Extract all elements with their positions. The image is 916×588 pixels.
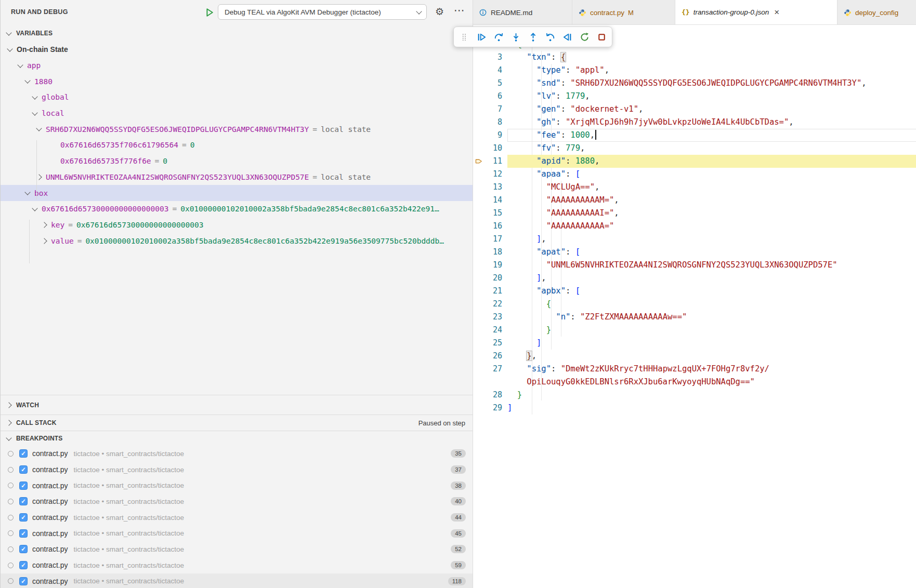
code-text[interactable]: "apat": [ <box>507 246 916 259</box>
editor-gutter[interactable]: 18 <box>473 246 507 259</box>
breakpoint-checkbox[interactable]: ✓ <box>19 561 28 569</box>
editor-gutter[interactable]: 5 <box>473 77 507 90</box>
code-text[interactable]: "AAAAAAAAAAA=" <box>507 220 916 233</box>
code-text[interactable]: } <box>507 324 916 337</box>
tree-item-var[interactable]: SRH6D7XU2N6WQQ5SSYDQFG5ESO6JWEQIDPGLUGYC… <box>1 121 473 137</box>
editor-gutter[interactable]: 12 <box>473 168 507 181</box>
code-text[interactable]: } <box>507 389 916 402</box>
stop-button[interactable] <box>596 32 607 42</box>
breakpoint-row[interactable]: ✓contract.pytictactoe • smart_contracts/… <box>1 462 473 478</box>
editor-gutter[interactable]: 28 <box>473 389 507 402</box>
editor-gutter[interactable]: 26 <box>473 350 507 363</box>
tab-transaction-group-0-json[interactable]: {}transaction-group-0.json× <box>675 0 838 25</box>
chevron-down-icon[interactable] <box>32 205 37 211</box>
editor-gutter[interactable]: 17 <box>473 233 507 246</box>
code-text[interactable]: "AAAAAAAAAAI=", <box>507 207 916 220</box>
code-text[interactable]: "gen": "dockernet-v1", <box>507 103 916 116</box>
tab-readme-md[interactable]: README.md <box>473 0 572 25</box>
tree-item-var[interactable]: app <box>1 58 473 74</box>
chevron-down-icon[interactable] <box>24 78 30 84</box>
tree-item-var[interactable]: 1880 <box>1 73 473 89</box>
reverse-continue-button[interactable] <box>562 32 572 42</box>
editor-gutter[interactable]: 6 <box>473 90 507 103</box>
editor-gutter[interactable]: 21 <box>473 285 507 298</box>
code-text[interactable]: { <box>507 298 916 311</box>
editor-gutter[interactable]: 7 <box>473 103 507 116</box>
editor-gutter[interactable]: 15 <box>473 207 507 220</box>
code-text[interactable]: OpiLouqyG0kkEDLBNlsr6RxXJbu6arKwyoyqHUbN… <box>507 376 916 389</box>
code-text[interactable]: ] <box>507 402 916 415</box>
breakpoint-row[interactable]: ✓contract.pytictactoe • smart_contracts/… <box>1 541 473 557</box>
breakpoint-row[interactable]: ✓contract.pytictactoe • smart_contracts/… <box>1 557 473 573</box>
chevron-down-icon[interactable] <box>24 189 30 195</box>
breakpoint-row[interactable]: ✓contract.pytictactoe • smart_contracts/… <box>1 493 473 510</box>
tree-item-var[interactable]: box <box>1 185 473 201</box>
tree-item-var[interactable]: 0x67616d65735f776f6e=0 <box>1 153 473 169</box>
code-text[interactable]: "apbx": [ <box>507 285 916 298</box>
step-over-button[interactable] <box>493 32 504 42</box>
code-text[interactable]: "lv": 1779, <box>507 90 916 103</box>
code-text[interactable]: "sig": "DmeWt2zKUkRryc7tHHHapwzLgqUX+7FO… <box>507 363 916 376</box>
code-text[interactable]: "fv": 779, <box>507 142 916 155</box>
editor-gutter[interactable]: 16 <box>473 220 507 233</box>
editor-gutter[interactable]: 29 <box>473 402 507 415</box>
editor-gutter[interactable]: 4 <box>473 64 507 77</box>
code-text[interactable]: "fee": 1000, <box>507 129 916 142</box>
breakpoint-checkbox[interactable]: ✓ <box>19 497 28 505</box>
chevron-down-icon[interactable] <box>32 93 37 99</box>
breakpoint-row[interactable]: ✓contract.pytictactoe • smart_contracts/… <box>1 446 473 462</box>
editor-gutter[interactable]: 8 <box>473 116 507 129</box>
code-text[interactable]: "txn": { <box>507 51 916 64</box>
chevron-down-icon[interactable] <box>7 46 12 51</box>
code-text[interactable]: "apid": 1880, <box>507 155 916 168</box>
tree-item-var[interactable]: local <box>1 105 473 122</box>
chevron-down-icon[interactable] <box>17 62 23 68</box>
breakpoint-checkbox[interactable]: ✓ <box>19 449 28 458</box>
breakpoint-checkbox[interactable]: ✓ <box>19 513 28 522</box>
breakpoint-checkbox[interactable]: ✓ <box>19 577 28 585</box>
editor-gutter[interactable]: 20 <box>473 272 507 285</box>
editor-gutter[interactable]: 23 <box>473 311 507 324</box>
tree-item-var[interactable]: 0x67616d65730000000000000003=0x010000001… <box>1 201 473 217</box>
code-text[interactable]: "type": "appl", <box>507 64 916 77</box>
editor-gutter[interactable]: 25 <box>473 337 507 350</box>
editor-gutter[interactable]: 11 <box>473 155 507 168</box>
continue-button[interactable] <box>476 32 487 42</box>
tree-item-var[interactable]: UNML6W5NVHRIKTEOZAA4NI2SWQROSGNFNY2QS523… <box>1 169 473 185</box>
more-actions-icon[interactable]: ⋯ <box>454 4 465 17</box>
chevron-down-icon[interactable] <box>32 110 37 115</box>
editor-gutter[interactable]: 10 <box>473 142 507 155</box>
gear-icon[interactable]: ⚙ <box>435 6 444 18</box>
editor-gutter[interactable]: 22 <box>473 298 507 311</box>
close-icon[interactable]: × <box>774 8 779 17</box>
tab-contract-py[interactable]: contract.pyM <box>572 0 675 25</box>
editor-gutter[interactable]: 9 <box>473 129 507 142</box>
breakpoint-checkbox[interactable]: ✓ <box>19 545 28 553</box>
code-text[interactable]: }, <box>507 350 916 363</box>
code-text[interactable]: "apaa": [ <box>507 168 916 181</box>
code-text[interactable]: "AAAAAAAAAAM=", <box>507 194 916 207</box>
chevron-down-icon[interactable] <box>36 126 42 131</box>
editor-gutter[interactable]: 14 <box>473 194 507 207</box>
tree-item-var[interactable]: global <box>1 89 473 105</box>
tree-item-var[interactable]: key=0x67616d65730000000000000003 <box>1 217 473 233</box>
code-text[interactable]: ], <box>507 272 916 285</box>
step-into-button[interactable] <box>511 32 521 42</box>
editor-gutter[interactable] <box>473 376 507 389</box>
chevron-right-icon[interactable] <box>41 238 47 244</box>
tree-item-var[interactable]: value=0x01000000102010002a358bf5bada9e28… <box>1 233 473 249</box>
tree-item-scope[interactable]: On-chain State <box>1 42 473 58</box>
code-text[interactable]: ], <box>507 233 916 246</box>
debug-config-dropdown[interactable]: Debug TEAL via AlgoKit AVM Debugger (tic… <box>218 4 427 20</box>
editor-gutter[interactable]: 27 <box>473 363 507 376</box>
breakpoint-row[interactable]: ✓contract.pytictactoe • smart_contracts/… <box>1 525 473 541</box>
drag-handle[interactable] <box>459 32 469 42</box>
code-text[interactable]: ] <box>507 337 916 350</box>
sidebar-editor-divider[interactable] <box>473 0 473 588</box>
chevron-right-icon[interactable] <box>36 174 42 180</box>
breakpoint-checkbox[interactable]: ✓ <box>19 529 28 538</box>
tab-deploy-config[interactable]: deploy_config <box>838 0 916 25</box>
breakpoint-checkbox[interactable]: ✓ <box>19 465 28 474</box>
breakpoint-row[interactable]: ✓contract.pytictactoe • smart_contracts/… <box>1 510 473 526</box>
step-out-button[interactable] <box>528 32 538 42</box>
